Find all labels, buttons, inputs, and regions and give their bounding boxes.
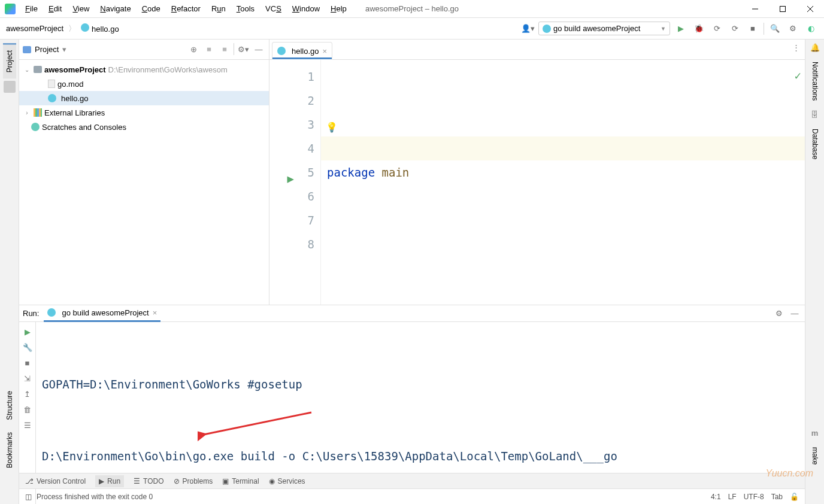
- branch-icon: ⎇: [25, 477, 34, 485]
- line-number: 4: [269, 136, 314, 160]
- tree-file-gomod[interactable]: go.mod: [19, 77, 269, 91]
- main-area: Project Structure Bookmarks Project ▾ ⊕ …: [0, 40, 824, 504]
- project-pane-title[interactable]: Project: [35, 45, 59, 54]
- library-icon: [34, 108, 42, 117]
- file-label: go.mod: [57, 80, 83, 89]
- project-pane-header: Project ▾ ⊕ ≡ ≡ ⚙▾ —: [19, 40, 269, 60]
- file-label: hello.go: [61, 94, 89, 103]
- code-area[interactable]: 💡 package main import "fmt" func main() …: [321, 60, 805, 305]
- stop-button[interactable]: ■: [746, 22, 760, 36]
- editor-tab-hello[interactable]: hello.go ×: [272, 42, 332, 60]
- minimize-pane-icon[interactable]: —: [252, 43, 265, 56]
- tool-tab-database[interactable]: Database: [808, 123, 822, 165]
- line-number: 1: [269, 65, 314, 89]
- close-button[interactable]: [796, 0, 824, 18]
- root-folder-path: D:\Environment\GoWorks\awesom: [108, 65, 228, 74]
- debug-button[interactable]: 🐞: [692, 22, 706, 36]
- user-icon[interactable]: 👤▾: [520, 22, 535, 36]
- breadcrumb: awesomeProject 〉 hello.go: [6, 23, 119, 34]
- minimize-button[interactable]: [741, 0, 769, 18]
- title-bar: File Edit View Navigate Code Refactor Ru…: [0, 0, 824, 18]
- tree-root[interactable]: ⌄ awesomeProject D:\Environment\GoWorks\…: [19, 62, 269, 77]
- profile-button[interactable]: ⟳: [728, 22, 742, 36]
- run-panel-title: Run:: [23, 309, 39, 318]
- menu-vcs[interactable]: VCS: [260, 2, 286, 16]
- collapse-icon[interactable]: ≡: [218, 43, 231, 56]
- menu-run[interactable]: Run: [207, 2, 231, 16]
- trash-icon[interactable]: 🗑: [22, 403, 34, 415]
- up-icon[interactable]: ↥: [22, 388, 34, 400]
- run-output[interactable]: GOPATH=D:\Environment\GoWorks #gosetup D…: [36, 322, 805, 504]
- settings-icon[interactable]: ⚙: [786, 22, 800, 36]
- run-tab[interactable]: go build awesomeProject ×: [44, 305, 160, 322]
- output-line: D:\Environment\Go\bin\go.exe build -o C:…: [42, 444, 799, 468]
- wrench-icon[interactable]: 🔧: [22, 341, 34, 353]
- menu-edit[interactable]: Edit: [44, 2, 66, 16]
- tree-scratches[interactable]: Scratches and Consoles: [19, 120, 269, 134]
- search-icon[interactable]: 🔍: [768, 22, 782, 36]
- menu-help[interactable]: Help: [326, 2, 352, 16]
- expand-icon[interactable]: ≡: [202, 43, 216, 56]
- exit-icon[interactable]: ⇲: [22, 372, 34, 384]
- project-icon: [4, 81, 16, 93]
- editor-gutter: 1 2 3 4 ▶5 6 7 8: [269, 60, 321, 305]
- main-toolbar: awesomeProject 〉 hello.go 👤▾ go build aw…: [0, 18, 824, 40]
- database-icon[interactable]: 🗄: [811, 110, 819, 119]
- close-icon[interactable]: ×: [323, 47, 328, 56]
- external-libs-label: External Libraries: [44, 108, 105, 117]
- filter-icon[interactable]: ☰: [22, 419, 34, 431]
- editor-pane: hello.go × ⋮ ✓ 1 2 3 4 ▶5 6 7 8: [269, 40, 805, 305]
- editor[interactable]: ✓ 1 2 3 4 ▶5 6 7 8 💡 package main: [269, 60, 805, 305]
- close-icon[interactable]: ×: [153, 308, 157, 317]
- locate-icon[interactable]: ⊕: [187, 43, 200, 56]
- more-icon[interactable]: ⋮: [792, 43, 800, 52]
- tool-tab-structure[interactable]: Structure: [3, 385, 16, 426]
- maximize-button[interactable]: [769, 0, 796, 18]
- minimize-pane-icon[interactable]: —: [788, 307, 801, 320]
- tree-external-libs[interactable]: › External Libraries: [19, 105, 269, 120]
- tool-tab-project[interactable]: Project: [3, 43, 16, 78]
- rerun-icon[interactable]: ▶: [22, 326, 34, 338]
- tool-tab-notifications[interactable]: Notifications: [808, 56, 822, 107]
- breadcrumb-project[interactable]: awesomeProject: [6, 24, 63, 33]
- gear-icon[interactable]: ⚙▾: [237, 43, 250, 56]
- menu-file[interactable]: File: [20, 2, 43, 16]
- line-number: ▶5: [269, 160, 314, 184]
- separator: [764, 23, 764, 35]
- gopher-icon: [543, 25, 551, 33]
- menu-window[interactable]: Window: [287, 2, 325, 16]
- menu-code[interactable]: Code: [137, 2, 165, 16]
- menu-bar: File Edit View Navigate Code Refactor Ru…: [20, 2, 352, 16]
- run-config-dropdown[interactable]: go build awesomeProject: [538, 22, 670, 35]
- chevron-down-icon[interactable]: ▾: [62, 45, 66, 54]
- stop-icon[interactable]: ■: [22, 357, 34, 369]
- chevron-down-icon: ⌄: [23, 66, 31, 73]
- project-tool-window: Project ▾ ⊕ ≡ ≡ ⚙▾ — ⌄ awesom: [19, 40, 269, 305]
- folder-icon: [23, 46, 31, 53]
- menu-refactor[interactable]: Refactor: [166, 2, 205, 16]
- gopher-icon: [48, 94, 56, 102]
- breadcrumb-file[interactable]: hello.go: [81, 23, 119, 34]
- menu-tools[interactable]: Tools: [232, 2, 259, 16]
- right-tool-rail: 🔔 Notifications 🗄 Database m make: [805, 40, 824, 504]
- notification-bell-icon[interactable]: 🔔: [810, 43, 820, 52]
- coverage-button[interactable]: ⟳: [710, 22, 724, 36]
- gopher-icon: [81, 23, 89, 32]
- file-icon: [48, 80, 55, 88]
- intention-bulb-icon[interactable]: 💡: [326, 116, 338, 139]
- swirl-icon[interactable]: ◐: [804, 22, 818, 36]
- tool-tab-bookmarks[interactable]: Bookmarks: [3, 426, 16, 474]
- gopher-icon: [277, 47, 286, 55]
- run-button[interactable]: ▶: [674, 22, 688, 36]
- tool-tab-make[interactable]: make: [808, 441, 822, 470]
- line-number: 8: [269, 232, 314, 256]
- gear-icon[interactable]: ⚙: [772, 307, 786, 320]
- run-panel-header: Run: go build awesomeProject × ⚙ —: [19, 305, 805, 322]
- window-icon[interactable]: ◫: [25, 493, 32, 501]
- menu-view[interactable]: View: [68, 2, 94, 16]
- menu-navigate[interactable]: Navigate: [95, 2, 135, 16]
- project-tree: ⌄ awesomeProject D:\Environment\GoWorks\…: [19, 60, 269, 305]
- folder-icon: [34, 66, 42, 73]
- tree-file-hello[interactable]: hello.go: [19, 91, 269, 105]
- run-tab-label: go build awesomeProject: [62, 308, 149, 317]
